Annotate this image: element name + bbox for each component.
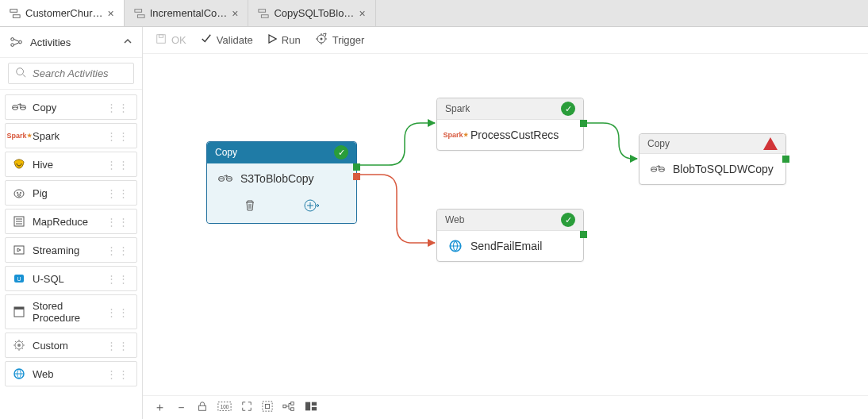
svg-point-34 xyxy=(651,169,657,171)
hive-icon xyxy=(12,157,26,171)
node-processcustrecs[interactable]: Spark ✓ Spark★ ProcessCustRecs xyxy=(436,98,584,151)
activity-label: Copy xyxy=(33,102,56,113)
failure-port[interactable] xyxy=(353,173,360,180)
activity-label: Web xyxy=(33,368,54,380)
svg-rect-40 xyxy=(265,404,269,408)
delete-icon[interactable] xyxy=(244,199,256,214)
lock-icon[interactable] xyxy=(197,401,208,414)
node-title: BlobToSQLDWCopy xyxy=(673,163,774,175)
node-sendfailemail[interactable]: Web ✓ SendFailEmail xyxy=(436,209,584,262)
pipeline-canvas[interactable]: Copy ✓ S3ToBlobCopy xyxy=(143,54,868,395)
svg-rect-1 xyxy=(13,14,20,17)
spark-icon: Spark★ xyxy=(448,128,463,142)
tab-label: CustomerChur… xyxy=(25,7,103,19)
node-type: Web xyxy=(445,214,464,225)
zoom-out-button[interactable]: － xyxy=(175,400,187,415)
activity-mapreduce[interactable]: MapReduce ⋮⋮ xyxy=(5,209,137,234)
success-port[interactable] xyxy=(580,231,587,238)
activity-label: Custom xyxy=(33,340,68,352)
activity-hive[interactable]: Hive ⋮⋮ xyxy=(5,152,137,177)
fit-100-button[interactable]: 100 xyxy=(217,401,232,414)
activity-label: Stored Procedure xyxy=(33,300,100,324)
svg-rect-22 xyxy=(14,307,24,309)
canvas-bottom-toolbar: ＋ － 100 xyxy=(143,395,868,419)
svg-point-14 xyxy=(17,192,18,194)
activity-streaming[interactable]: Streaming ⋮⋮ xyxy=(5,237,137,263)
pipeline-icon xyxy=(258,8,269,19)
svg-rect-26 xyxy=(157,35,166,44)
activity-custom[interactable]: Custom ⋮⋮ xyxy=(5,333,137,358)
spark-icon: Spark★ xyxy=(12,129,26,143)
svg-rect-42 xyxy=(291,402,294,406)
svg-point-15 xyxy=(20,192,21,194)
svg-text:U: U xyxy=(17,276,21,282)
copy-icon xyxy=(218,171,232,186)
fullscreen-button[interactable] xyxy=(241,401,252,414)
activity-pig[interactable]: Pig ⋮⋮ xyxy=(5,180,137,206)
activity-label: U-SQL xyxy=(33,273,64,285)
node-type: Copy xyxy=(647,138,670,149)
copy-icon xyxy=(12,100,26,114)
success-port[interactable] xyxy=(353,163,360,171)
drag-handle-icon: ⋮⋮ xyxy=(106,273,130,285)
node-s3toblobcopy[interactable]: Copy ✓ S3ToBlobCopy xyxy=(206,141,357,224)
search-input[interactable] xyxy=(31,67,127,80)
node-type: Copy xyxy=(215,147,237,158)
pipeline-icon xyxy=(10,8,21,19)
validate-button[interactable]: Validate xyxy=(201,33,253,47)
tab-incrementalcopy[interactable]: IncrementalCo… × xyxy=(125,0,249,26)
run-button[interactable]: Run xyxy=(267,34,301,46)
activity-label: Streaming xyxy=(33,244,79,256)
auto-layout-button[interactable] xyxy=(282,401,295,414)
web-icon xyxy=(12,367,26,381)
activity-storedproc[interactable]: Stored Procedure ⋮⋮ xyxy=(5,294,137,329)
fit-screen-button[interactable] xyxy=(262,401,273,414)
tab-label: CopySQLToBlo… xyxy=(274,7,354,19)
add-output-icon[interactable] xyxy=(304,198,320,215)
close-icon[interactable]: × xyxy=(108,7,114,20)
tab-label: IncrementalCo… xyxy=(150,7,228,19)
trigger-button[interactable]: Trigger xyxy=(315,33,365,48)
activity-label: Pig xyxy=(33,187,48,199)
success-port[interactable] xyxy=(580,120,587,127)
svg-rect-46 xyxy=(312,407,317,410)
svg-point-35 xyxy=(659,169,665,171)
svg-point-8 xyxy=(19,40,22,44)
svg-rect-18 xyxy=(14,246,24,254)
close-icon[interactable]: × xyxy=(232,7,238,20)
activity-web[interactable]: Web ⋮⋮ xyxy=(5,361,137,386)
web-icon xyxy=(448,239,463,253)
activities-header[interactable]: Activities xyxy=(0,27,142,58)
zoom-in-button[interactable]: ＋ xyxy=(154,400,166,415)
usql-icon: U xyxy=(12,271,26,286)
node-blobtosqldwcopy[interactable]: Copy BlobToSQLDWCopy xyxy=(639,133,786,185)
search-activities[interactable] xyxy=(8,63,134,84)
tab-customerchurn[interactable]: CustomerChur… × xyxy=(0,0,125,26)
close-icon[interactable]: × xyxy=(359,7,365,20)
svg-rect-2 xyxy=(135,9,142,12)
activities-title: Activities xyxy=(30,37,71,48)
success-port[interactable] xyxy=(782,156,789,163)
drag-handle-icon: ⋮⋮ xyxy=(106,306,130,318)
minimap-button[interactable] xyxy=(305,401,317,414)
svg-rect-36 xyxy=(199,406,206,410)
trigger-label: Trigger xyxy=(332,34,365,46)
activity-usql[interactable]: U U-SQL ⋮⋮ xyxy=(5,266,137,291)
svg-rect-41 xyxy=(283,405,286,408)
drag-handle-icon: ⋮⋮ xyxy=(106,340,130,352)
svg-rect-0 xyxy=(10,9,17,12)
activity-label: Hive xyxy=(33,159,53,171)
activity-spark[interactable]: Spark★ Spark ⋮⋮ xyxy=(5,123,137,148)
svg-point-16 xyxy=(17,194,21,196)
status-ok-icon: ✓ xyxy=(561,213,575,227)
svg-point-7 xyxy=(11,44,14,47)
tab-copysqltoblob[interactable]: CopySQLToBlo… × xyxy=(248,0,375,26)
svg-line-10 xyxy=(23,75,26,78)
svg-rect-5 xyxy=(262,14,269,17)
activities-icon xyxy=(10,35,24,49)
activity-copy[interactable]: Copy ⋮⋮ xyxy=(5,94,137,120)
ok-button[interactable]: OK xyxy=(156,33,186,47)
streaming-icon xyxy=(12,243,26,257)
node-title: ProcessCustRecs xyxy=(470,129,559,141)
drag-handle-icon: ⋮⋮ xyxy=(106,244,130,256)
